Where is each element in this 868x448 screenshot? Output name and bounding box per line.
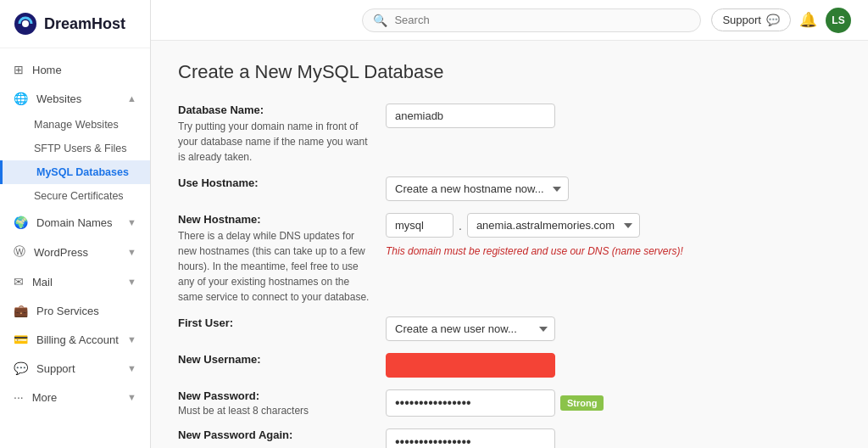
database-name-control: [386, 104, 841, 128]
home-icon: ⊞: [14, 63, 24, 76]
search-input[interactable]: [394, 14, 690, 26]
secure-certs-label: Secure Certificates: [34, 190, 124, 202]
new-username-label-col: New Username:: [178, 353, 386, 368]
new-password-again-control: [386, 428, 841, 448]
mail-icon: ✉: [14, 275, 24, 288]
new-password-control: Strong: [386, 389, 841, 417]
mysql-label: MySQL Databases: [36, 166, 129, 178]
sidebar-item-pro-services[interactable]: 💼 Pro Services: [0, 296, 150, 325]
support-label: Support: [722, 14, 761, 26]
sidebar-item-domain-names-label: Domain Names: [36, 216, 113, 229]
use-hostname-row: Use Hostname: Create a new hostname now.…: [178, 176, 841, 201]
sidebar-item-pro-services-label: Pro Services: [36, 305, 99, 317]
sidebar-item-mail-label: Mail: [32, 276, 53, 288]
sidebar-item-sftp[interactable]: SFTP Users & Files: [0, 137, 150, 160]
new-password-label: New Password:: [178, 389, 372, 402]
first-user-label: First User:: [178, 316, 372, 329]
main-area: 🔍 Support 💬 🔔 LS Create a New MySQL Data…: [151, 0, 868, 448]
use-hostname-select[interactable]: Create a new hostname now...: [386, 176, 569, 201]
new-username-label: New Username:: [178, 353, 372, 366]
chevron-up-icon: ▲: [127, 93, 136, 104]
sidebar-item-manage-websites[interactable]: Manage Websites: [0, 113, 150, 137]
new-password-again-label: New Password Again:: [178, 428, 372, 441]
use-hostname-label-col: Use Hostname:: [178, 176, 386, 192]
topbar-actions: Support 💬 🔔 LS: [711, 8, 851, 33]
dreamhost-logo-icon: [14, 12, 37, 36]
database-name-hint: Try putting your domain name in front of…: [178, 119, 372, 165]
new-username-input[interactable]: [386, 353, 555, 378]
sidebar-item-mysql[interactable]: MySQL Databases: [0, 160, 150, 184]
new-password-again-label-col: New Password Again:: [178, 428, 386, 444]
sidebar-item-more-label: More: [32, 391, 58, 404]
sidebar-item-billing[interactable]: 💳 Billing & Account ▼: [0, 325, 150, 354]
pro-services-icon: 💼: [14, 304, 28, 317]
chevron-down-icon-billing: ▼: [127, 334, 136, 344]
new-username-control: [386, 353, 841, 378]
use-hostname-control: Create a new hostname now...: [386, 176, 841, 201]
new-password-row: New Password: Must be at least 8 charact…: [178, 389, 841, 417]
sidebar-item-home[interactable]: ⊞ Home: [0, 55, 150, 84]
wordpress-icon: Ⓦ: [14, 244, 25, 260]
database-name-label-col: Database Name: Try putting your domain n…: [178, 104, 386, 165]
sidebar-item-wordpress-label: WordPress: [34, 246, 88, 259]
first-user-row: First User: Create a new user now...: [178, 316, 841, 341]
chat-icon: 💬: [766, 14, 780, 26]
chevron-down-icon-support: ▼: [127, 363, 136, 373]
use-hostname-label: Use Hostname:: [178, 176, 372, 189]
websites-icon: 🌐: [14, 92, 28, 105]
new-hostname-hint: There is a delay while DNS updates for n…: [178, 228, 372, 305]
sidebar-item-secure-certs[interactable]: Secure Certificates: [0, 184, 150, 208]
sidebar-item-websites-label: Websites: [36, 92, 81, 105]
first-user-label-col: First User:: [178, 316, 386, 332]
new-hostname-label: New Hostname:: [178, 213, 372, 226]
sidebar-item-home-label: Home: [32, 64, 62, 76]
avatar[interactable]: LS: [826, 8, 851, 33]
hostname-separator: .: [459, 219, 462, 232]
database-name-row: Database Name: Try putting your domain n…: [178, 104, 841, 165]
sidebar-item-websites[interactable]: 🌐 Websites ▲: [0, 84, 150, 113]
sftp-label: SFTP Users & Files: [34, 143, 127, 154]
hostname-domain-select[interactable]: anemia.astralmemories.com: [467, 213, 640, 238]
chevron-down-icon-more: ▼: [127, 392, 136, 402]
new-password-again-input[interactable]: [386, 428, 555, 448]
new-username-row: New Username:: [178, 353, 841, 378]
sidebar-item-mail[interactable]: ✉ Mail ▼: [0, 267, 150, 296]
chevron-down-icon-wp: ▼: [127, 247, 136, 257]
notifications-bell-icon[interactable]: 🔔: [799, 11, 817, 29]
support-icon: 💬: [14, 361, 28, 375]
database-name-label: Database Name:: [178, 104, 372, 116]
svg-point-1: [22, 20, 29, 27]
new-password-again-row: New Password Again:: [178, 428, 841, 448]
password-strength-badge: Strong: [560, 395, 604, 411]
new-hostname-row: New Hostname: There is a delay while DNS…: [178, 213, 841, 305]
sidebar-item-more[interactable]: ··· More ▼: [0, 383, 150, 412]
database-name-input[interactable]: [386, 104, 555, 128]
new-password-input[interactable]: [386, 389, 555, 417]
sidebar-item-support[interactable]: 💬 Support ▼: [0, 354, 150, 383]
hostname-prefix-input[interactable]: [386, 213, 453, 238]
sidebar-nav: ⊞ Home 🌐 Websites ▲ Manage Websites SFTP…: [0, 48, 150, 448]
hostname-group: . anemia.astralmemories.com: [386, 213, 640, 238]
chevron-down-icon: ▼: [127, 217, 136, 227]
search-box[interactable]: 🔍: [362, 8, 701, 32]
password-hint: Must be at least 8 characters: [178, 405, 372, 417]
content-area: Create a New MySQL Database Database Nam…: [151, 41, 868, 448]
avatar-initials: LS: [832, 14, 844, 26]
chevron-down-icon-mail: ▼: [127, 277, 136, 287]
logo: DreamHost: [0, 0, 150, 48]
domain-icon: 🌍: [14, 216, 28, 229]
new-password-label-col: New Password: Must be at least 8 charact…: [178, 389, 386, 417]
sidebar-item-domain-names[interactable]: 🌍 Domain Names ▼: [0, 208, 150, 237]
sidebar-item-billing-label: Billing & Account: [36, 333, 119, 346]
brand-name: DreamHost: [44, 15, 125, 33]
create-database-form: Database Name: Try putting your domain n…: [178, 104, 841, 448]
more-icon: ···: [14, 390, 24, 404]
sidebar-item-support-label: Support: [36, 362, 75, 375]
page-title: Create a New MySQL Database: [178, 61, 841, 83]
support-button[interactable]: Support 💬: [711, 8, 791, 31]
sidebar-item-wordpress[interactable]: Ⓦ WordPress ▼: [0, 237, 150, 267]
first-user-select[interactable]: Create a new user now...: [386, 316, 555, 341]
new-hostname-control: . anemia.astralmemories.com This domain …: [386, 213, 841, 257]
search-icon: 🔍: [373, 14, 387, 27]
manage-websites-label: Manage Websites: [34, 119, 119, 131]
